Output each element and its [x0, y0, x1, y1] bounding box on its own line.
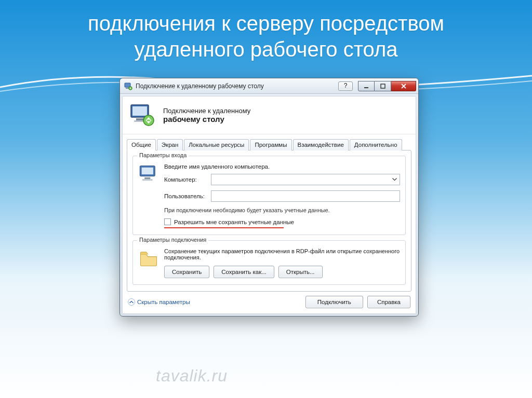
- tab-display[interactable]: Экран: [157, 139, 183, 150]
- tab-programs[interactable]: Программы: [250, 139, 291, 150]
- credentials-note: При подключении необходимо будет указать…: [164, 207, 400, 213]
- window-title: Подключение к удаленному рабочему столу: [136, 83, 264, 90]
- tab-advanced[interactable]: Дополнительно: [350, 139, 402, 150]
- dialog-footer: Скрыть параметры Подключить Справка: [123, 292, 416, 310]
- svg-rect-7: [136, 118, 143, 120]
- hide-options-link[interactable]: Скрыть параметры: [128, 298, 190, 306]
- title-help-button[interactable]: ?: [338, 81, 353, 91]
- close-button[interactable]: [391, 81, 416, 91]
- banner-line2: рабочему столу: [163, 115, 250, 123]
- chevron-down-icon[interactable]: [390, 175, 398, 184]
- connection-group-legend: Параметры подключения: [137, 237, 208, 243]
- app-icon: [124, 82, 132, 90]
- tab-general[interactable]: Общие: [127, 139, 156, 150]
- banner-line1: Подключение к удаленному: [163, 107, 250, 115]
- svg-rect-11: [142, 168, 153, 174]
- computer-label: Компьютер:: [164, 176, 211, 183]
- svg-rect-13: [142, 179, 153, 181]
- connection-group: Параметры подключения Сохранение текущих…: [132, 240, 406, 285]
- save-credentials-label: Разрешить мне сохранять учетные данные: [174, 219, 294, 225]
- tab-experience[interactable]: Взаимодействие: [293, 139, 349, 150]
- save-as-button[interactable]: Сохранить как...: [214, 266, 274, 278]
- save-button[interactable]: Сохранить: [164, 266, 209, 278]
- svg-point-9: [143, 115, 154, 126]
- minimize-button[interactable]: [358, 81, 375, 91]
- tab-panel-general: Параметры входа Введит: [127, 150, 411, 292]
- connect-button[interactable]: Подключить: [305, 296, 363, 308]
- connection-group-text: Сохранение текущих параметров подключени…: [164, 248, 400, 260]
- tabs: Общие Экран Локальные ресурсы Программы …: [123, 134, 416, 150]
- svg-rect-3: [364, 87, 368, 88]
- titlebar[interactable]: Подключение к удаленному рабочему столу …: [120, 78, 418, 94]
- login-group: Параметры входа Введит: [132, 156, 406, 235]
- hide-options-label: Скрыть параметры: [137, 299, 190, 305]
- folder-icon: [138, 263, 159, 270]
- help-button[interactable]: Справка: [367, 296, 410, 308]
- tab-local-resources[interactable]: Локальные ресурсы: [184, 139, 249, 150]
- rdc-window: Подключение к удаленному рабочему столу …: [119, 78, 419, 317]
- svg-rect-12: [144, 177, 150, 179]
- open-button[interactable]: Открыть...: [278, 266, 323, 278]
- computer-combobox[interactable]: [211, 174, 400, 185]
- rdp-logo-icon: [129, 103, 157, 128]
- login-group-legend: Параметры входа: [137, 152, 189, 158]
- slide-title: подключения к серверу посредством удален…: [0, 0, 532, 65]
- checkbox-box: [164, 218, 171, 225]
- svg-rect-4: [381, 84, 385, 88]
- maximize-button[interactable]: [375, 81, 391, 91]
- watermark-text: tavalik.ru: [156, 366, 228, 386]
- chevron-up-icon: [128, 298, 135, 306]
- save-credentials-checkbox[interactable]: Разрешить мне сохранять учетные данные: [164, 218, 400, 225]
- svg-rect-6: [132, 106, 147, 116]
- user-textbox[interactable]: [211, 190, 400, 202]
- banner: Подключение к удаленному рабочему столу: [123, 97, 416, 134]
- computer-icon: [138, 179, 159, 186]
- login-intro-text: Введите имя удаленного компьютера.: [164, 163, 400, 170]
- user-label: Пользователь:: [164, 193, 211, 199]
- annotation-underline-checkbox: [164, 227, 284, 228]
